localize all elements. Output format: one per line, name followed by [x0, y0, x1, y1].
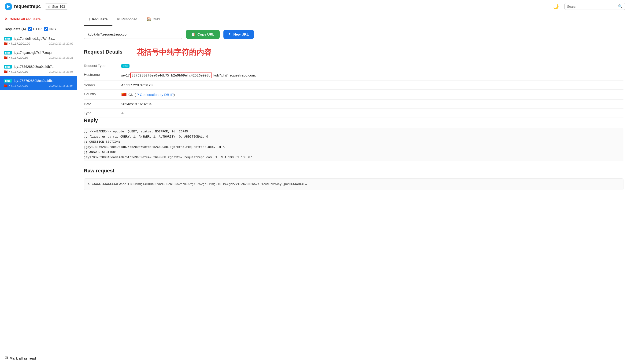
- geo-link[interactable]: IP Geolocation by DB-IP: [136, 93, 174, 97]
- reply-code: ;; ->>HEADER<<- opcode: QUERY, status: N…: [84, 128, 624, 161]
- ip-address: 47.117.220.100: [9, 42, 30, 45]
- flag-icon: 🇨🇳: [4, 56, 8, 59]
- request-time: 2024/2/13 16:21:21: [49, 56, 73, 59]
- request-type-label: Request Type: [84, 61, 121, 70]
- request-item[interactable]: DNS jay17hgam.kgb7xfn7.requ... 🇨🇳 47.117…: [0, 48, 77, 62]
- url-input[interactable]: [84, 30, 182, 39]
- reply-line-5: ;; ANSWER SECTION:: [84, 150, 624, 155]
- country-flag: 🇨🇳: [121, 92, 126, 97]
- country-row: Country 🇨🇳 CN (IP Geolocation by DB-IP): [84, 90, 624, 100]
- annotation-text: 花括号中纯字符的内容: [136, 47, 212, 58]
- request-time: 2024/2/13 16:31:05: [49, 70, 73, 73]
- details-header: Request Details 花括号中纯字符的内容: [84, 47, 624, 61]
- sidebar: ✕ Delete all requests Requests (4) HTTP …: [0, 13, 77, 364]
- hostname-suffix: .kgb7xfn7.requestrepo.com.: [212, 73, 256, 77]
- star-button[interactable]: ☆ Star 103: [45, 3, 68, 9]
- date-label: Date: [84, 100, 121, 109]
- request-name: jay173762880f8ea0a4db7...: [14, 65, 54, 69]
- raw-request-code: aHkAAAABAAAAAAAALWpheTE3ODM3NjI4ODBmOGVh…: [84, 179, 624, 190]
- tab-requests-label: Requests: [92, 17, 108, 21]
- url-bar: 📋 Copy URL ↻ New URL: [77, 26, 630, 43]
- star-icon: ☆: [48, 5, 51, 8]
- ip-address: 47.117.220.98: [9, 56, 28, 59]
- date-row: Date 2024/2/13 16:32:04: [84, 100, 624, 109]
- request-details-title: Request Details: [84, 49, 122, 55]
- ip-address: 47.117.220.97: [9, 70, 28, 73]
- theme-toggle-button[interactable]: 🌙: [551, 3, 561, 10]
- flag-icon: 🇨🇳: [4, 42, 8, 45]
- hostname-cell: jay1783762880f8ea0a4db75fb2e9b69efc42526…: [121, 72, 624, 78]
- logo-text: requestrepc: [14, 4, 41, 9]
- search-input[interactable]: [567, 5, 618, 8]
- flag-ip: 🇨🇳 47.117.220.97: [4, 70, 28, 73]
- sidebar-header: ✕ Delete all requests: [0, 13, 77, 24]
- dns-label: DNS: [49, 27, 56, 31]
- search-box: 🔍: [564, 3, 625, 10]
- hostname-value: jay1783762880f8ea0a4db75fb2e9b69efc42526…: [121, 70, 624, 81]
- mark-all-read-button[interactable]: ☑ Mark all as read: [5, 356, 36, 360]
- reply-line-2: ;; flags: qr aa ra; QUERY: 1, ANSWER: 1,…: [84, 134, 624, 139]
- dns-filter-label[interactable]: DNS: [44, 27, 56, 31]
- raw-request-section: Raw request aHkAAAABAAAAAAAALWpheTE3ODM3…: [84, 168, 624, 190]
- copy-url-button[interactable]: 📋 Copy URL: [186, 30, 220, 39]
- tab-dns[interactable]: 🏠 DNS: [142, 13, 165, 26]
- request-type-row: Request Type DNS: [84, 61, 624, 70]
- request-name: jay1783762880f8ea0a4db...: [14, 79, 54, 83]
- reply-line-1: ;; ->>HEADER<<- opcode: QUERY, status: N…: [84, 129, 624, 134]
- content-area: ↓ Requests ✏ Response 🏠 DNS 📋 Copy URL ↻…: [77, 13, 630, 364]
- request-item[interactable]: DNS jay1783762880f8ea0a4db... 🇨🇳 47.117.…: [0, 76, 77, 90]
- tab-requests[interactable]: ↓ Requests: [84, 13, 112, 26]
- request-list: DNS jay17undefined.kgb7xfn7.r... 🇨🇳 47.1…: [0, 34, 77, 352]
- hostname-label: Hostname: [84, 70, 121, 81]
- country-code: CN: [128, 93, 134, 97]
- flag-ip: 🇨🇳 47.117.220.98: [4, 56, 28, 59]
- reply-section: Reply ;; ->>HEADER<<- opcode: QUERY, sta…: [84, 117, 624, 161]
- details-table: Request Type DNS Hostname jay1783762880f…: [84, 61, 624, 117]
- reply-title: Reply: [84, 117, 624, 124]
- delete-all-button[interactable]: ✕ Delete all requests: [5, 17, 41, 21]
- country-value: 🇨🇳 CN (IP Geolocation by DB-IP): [121, 90, 624, 100]
- dns-badge: DNS: [4, 65, 12, 69]
- tab-response[interactable]: ✏ Response: [112, 13, 142, 26]
- copy-icon: 📋: [191, 32, 196, 36]
- http-filter-label[interactable]: HTTP: [28, 27, 42, 31]
- star-label: Star: [52, 5, 58, 8]
- search-icon: 🔍: [618, 4, 623, 9]
- reply-line-6: jay1783762880f8ea0a4db75fb2e9b69efc42526…: [84, 155, 624, 160]
- main-layout: ✕ Delete all requests Requests (4) HTTP …: [0, 13, 630, 364]
- reply-line-4: ;jay1783762880f8ea0a4db75fb2e9b69efc4252…: [84, 145, 624, 150]
- request-item[interactable]: DNS jay173762880f8ea0a4db7... 🇨🇳 47.117.…: [0, 62, 77, 76]
- logo-icon: ▶: [5, 3, 12, 10]
- response-icon: ✏: [117, 17, 120, 21]
- tab-dns-label: DNS: [153, 17, 160, 21]
- request-name: jay17undefined.kgb7xfn7.r...: [14, 37, 55, 40]
- dns-icon: 🏠: [146, 17, 151, 21]
- request-name: jay17hgam.kgb7xfn7.requ...: [14, 51, 54, 54]
- top-nav: ▶ requestrepc ☆ Star 103 🌙 🔍: [0, 0, 630, 13]
- theme-icon: 🌙: [553, 4, 559, 9]
- dns-badge: DNS: [4, 51, 12, 54]
- ip-address: 47.117.220.97: [9, 84, 28, 87]
- request-time: 2024/2/13 16:20:02: [49, 42, 73, 45]
- new-url-button[interactable]: ↻ New URL: [224, 30, 254, 39]
- sender-row: Sender 47.117.220.97:8129: [84, 81, 624, 90]
- request-type-badge: DNS: [121, 64, 130, 68]
- request-time: 2024/2/13 16:32:04: [49, 84, 73, 87]
- dns-badge: DNS: [4, 79, 12, 83]
- refresh-icon: ↻: [228, 32, 232, 36]
- http-checkbox[interactable]: [28, 27, 32, 31]
- copy-url-label: Copy URL: [198, 32, 214, 36]
- http-label: HTTP: [33, 27, 42, 31]
- type-label: Type: [84, 109, 121, 117]
- flag-ip: 🇨🇳 47.117.220.100: [4, 42, 30, 45]
- sidebar-filter: Requests (4) HTTP DNS: [0, 24, 77, 34]
- request-item[interactable]: DNS jay17undefined.kgb7xfn7.r... 🇨🇳 47.1…: [0, 34, 77, 48]
- date-value: 2024/2/13 16:32:04: [121, 100, 624, 109]
- checkbox-icon: ☑: [5, 356, 8, 360]
- tabs-bar: ↓ Requests ✏ Response 🏠 DNS: [77, 13, 630, 26]
- dns-checkbox[interactable]: [44, 27, 48, 31]
- request-type-value: DNS: [121, 61, 624, 70]
- logo: ▶ requestrepc: [5, 3, 41, 10]
- country-label: Country: [84, 90, 121, 100]
- tab-response-label: Response: [122, 17, 138, 21]
